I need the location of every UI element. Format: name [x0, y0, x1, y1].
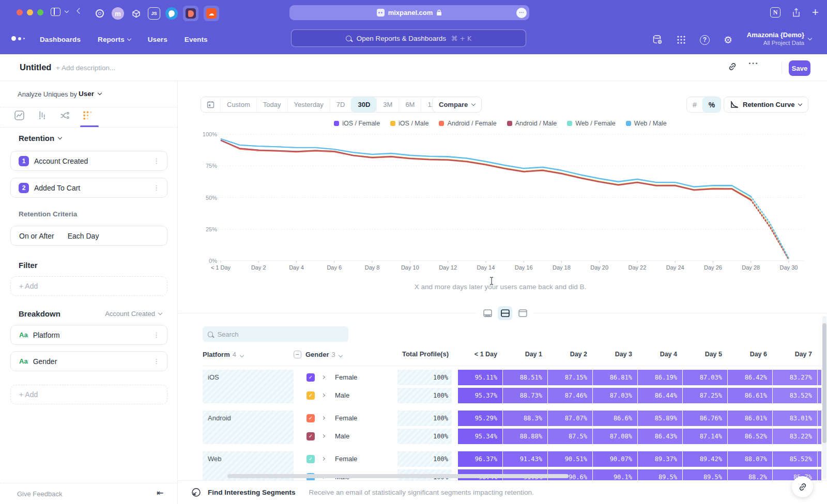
retention-line-chart[interactable]: 0%25%50%75%100%< 1 DayDay 2Day 4Day 6Day… — [194, 129, 806, 274]
retention-value-cell[interactable]: 87.5% — [548, 429, 592, 444]
share-icon[interactable] — [792, 8, 801, 18]
soundcloud-app-icon[interactable]: ☁ — [204, 6, 219, 21]
legend-item[interactable]: Web / Female — [567, 120, 616, 127]
retention-value-cell[interactable]: 87.07% — [548, 411, 592, 426]
retention-section-header[interactable]: Retention — [19, 134, 62, 143]
tab-funnels-icon[interactable] — [37, 111, 47, 120]
custom-date-icon[interactable] — [201, 97, 220, 112]
table-only-view-button[interactable] — [515, 306, 530, 320]
apps-grid-icon[interactable] — [677, 35, 686, 44]
retention-value-cell[interactable]: 86.19% — [638, 370, 682, 385]
back-icon[interactable] — [76, 8, 82, 13]
series-checkbox[interactable]: ✓ — [307, 414, 315, 422]
retention-value-cell[interactable]: 89.5% — [638, 469, 682, 480]
retention-value-cell[interactable]: 89.37% — [638, 451, 682, 467]
step-menu-icon[interactable]: ⋮ — [153, 184, 160, 192]
retention-value-cell[interactable]: 87.46% — [548, 388, 592, 403]
series-checkbox[interactable]: ✓ — [307, 391, 315, 400]
retention-step-1[interactable]: 1Account Created⋮ — [10, 151, 167, 171]
save-button[interactable]: Save — [789, 60, 810, 76]
retention-value-cell[interactable]: 86.52% — [728, 429, 772, 444]
retention-value-cell[interactable]: 83.27% — [773, 370, 817, 385]
chart-type-dropdown[interactable]: Retention Curve — [724, 97, 808, 113]
day-column-header[interactable]: Day 1 — [503, 347, 547, 361]
column-total-profiles[interactable]: Total Profile(s) — [397, 347, 449, 361]
expand-row-icon[interactable] — [321, 393, 325, 397]
red-app-icon[interactable] — [183, 6, 198, 21]
expand-row-icon[interactable] — [321, 416, 325, 420]
legend-item[interactable]: iOS / Female — [334, 120, 380, 127]
day-column-header[interactable]: Day 6 — [728, 347, 772, 361]
range-today[interactable]: Today — [256, 97, 287, 112]
retention-value-cell[interactable]: 95.11% — [458, 370, 502, 385]
workspace-switcher[interactable]: Amazonia {Demo} All Project Data — [734, 31, 804, 46]
retention-value-cell[interactable]: 95.37% — [458, 388, 502, 403]
series-line-iOS / Female[interactable] — [221, 140, 751, 199]
mixpanel-logo[interactable] — [11, 36, 25, 41]
series-line-Android / Female[interactable] — [221, 140, 751, 200]
retention-value-cell[interactable]: 87.25% — [683, 388, 727, 403]
give-feedback-link[interactable]: Give Feedback — [17, 490, 62, 498]
retention-value-cell[interactable]: 88.88% — [503, 429, 547, 444]
gear-icon[interactable]: ⚙ — [724, 34, 732, 45]
nav-users[interactable]: Users — [148, 36, 167, 43]
share-link-fab[interactable] — [792, 476, 813, 497]
js-app-icon[interactable]: JS — [148, 7, 160, 20]
retention-value-cell[interactable]: 86.44% — [638, 388, 682, 403]
retention-value-cell[interactable]: 90.1% — [593, 469, 637, 480]
nav-reports[interactable]: Reports — [98, 36, 131, 43]
breakdown-property-name[interactable]: Gender — [33, 357, 57, 366]
breakdown-menu-icon[interactable]: ⋮ — [153, 331, 160, 339]
retention-value-cell[interactable]: 86.01% — [728, 411, 772, 426]
data-management-icon[interactable] — [652, 35, 663, 45]
column-platform[interactable]: Platform4 — [203, 351, 243, 358]
range-custom[interactable]: Custom — [220, 97, 256, 112]
nav-events[interactable]: Events — [185, 36, 208, 43]
day-column-header[interactable]: Day 4 — [638, 347, 682, 361]
target-app-icon[interactable] — [93, 7, 106, 20]
filter-add-button[interactable]: + Add — [10, 276, 167, 296]
retention-value-cell[interactable]: 90.07% — [593, 451, 637, 467]
horizontal-scrollbar[interactable] — [227, 474, 569, 478]
expand-row-icon[interactable] — [321, 434, 325, 438]
legend-item[interactable]: iOS / Male — [390, 120, 428, 127]
series-checkbox[interactable]: ✓ — [307, 373, 315, 382]
table-search[interactable] — [203, 326, 348, 342]
retention-value-cell[interactable]: 88.2% — [728, 469, 772, 480]
range-yesterday[interactable]: Yesterday — [287, 97, 330, 112]
browser-address-bar[interactable]: mixpanel.com ··· — [289, 5, 529, 20]
expand-row-icon[interactable] — [321, 375, 325, 379]
close-window-icon[interactable] — [17, 9, 23, 15]
collapse-all-checkbox[interactable]: − — [294, 351, 301, 358]
day-column-header[interactable]: Day 3 — [593, 347, 637, 361]
collapse-sidebar-icon[interactable]: ⇤ — [157, 488, 163, 498]
nav-dashboards[interactable]: Dashboards — [40, 36, 81, 43]
minimize-window-icon[interactable] — [27, 9, 33, 15]
day-column-header[interactable]: < 1 Day — [458, 347, 502, 361]
percent-values-button[interactable]: % — [702, 97, 721, 112]
breakdown-event-dropdown[interactable]: Account Created — [105, 310, 162, 318]
absolute-values-button[interactable]: # — [687, 97, 702, 112]
retention-value-cell[interactable]: 87.15% — [548, 370, 592, 385]
retention-value-cell[interactable]: 90.51% — [548, 451, 592, 467]
new-tab-icon[interactable]: + — [812, 8, 819, 17]
retention-value-cell[interactable]: 86.61% — [728, 388, 772, 403]
retention-value-cell[interactable]: 86.42% — [728, 370, 772, 385]
series-checkbox[interactable]: ✓ — [307, 432, 315, 440]
criteria-card[interactable]: On or After Each Day — [10, 226, 167, 246]
retention-value-cell[interactable]: 87.03% — [683, 370, 727, 385]
day-column-header[interactable]: Day 2 — [548, 347, 592, 361]
legend-item[interactable]: Android / Female — [439, 120, 496, 127]
avatar-m-app-icon[interactable]: m — [112, 7, 124, 20]
retention-value-cell[interactable]: 86.43% — [638, 429, 682, 444]
legend-item[interactable]: Web / Male — [626, 120, 667, 127]
retention-value-cell[interactable]: 83.01% — [773, 411, 817, 426]
series-line-iOS / Male[interactable] — [221, 140, 751, 199]
criteria-on-or-after[interactable]: On or After — [19, 232, 54, 240]
day-column-header[interactable]: Day 7 — [773, 347, 817, 361]
compare-button[interactable]: Compare — [432, 97, 482, 113]
legend-item[interactable]: Android / Male — [507, 120, 557, 127]
retention-value-cell[interactable]: 96.37% — [458, 451, 502, 467]
range-30d[interactable]: 30D — [351, 97, 376, 112]
step-menu-icon[interactable]: ⋮ — [153, 157, 160, 165]
